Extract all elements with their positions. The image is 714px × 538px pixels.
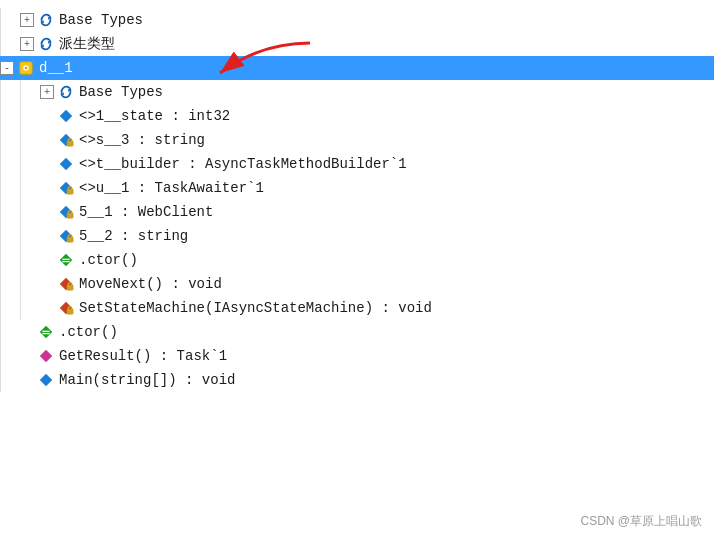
indent-spacer — [0, 248, 20, 272]
tree-row[interactable]: + Base Types — [0, 8, 714, 32]
tree-row[interactable]: GetResult() : Task`1 — [0, 344, 714, 368]
method-gear-icon — [57, 299, 75, 317]
arrow-blue-icon — [57, 83, 75, 101]
indent-spacer — [0, 272, 20, 296]
tree-row[interactable]: <>1__state : int32 — [0, 104, 714, 128]
svg-rect-22 — [62, 261, 69, 262]
tree-expander[interactable]: - — [0, 61, 14, 75]
row-label: 5__2 : string — [79, 228, 188, 244]
indent-spacer — [0, 176, 20, 200]
diamond-blue-icon — [57, 107, 75, 125]
row-label: .ctor() — [59, 324, 118, 340]
row-label: SetStateMachine(IAsyncStateMachine) : vo… — [79, 300, 432, 316]
method-green-icon — [57, 251, 75, 269]
tree-expander[interactable]: + — [20, 37, 34, 51]
svg-marker-30 — [40, 350, 52, 362]
indent-spacer — [0, 128, 20, 152]
row-label: 5__1 : WebClient — [79, 204, 213, 220]
svg-rect-19 — [67, 237, 73, 242]
tree-row[interactable]: 5__1 : WebClient — [0, 200, 714, 224]
indent-spacer — [20, 200, 40, 224]
tree-expander[interactable]: + — [40, 85, 54, 99]
indent-spacer — [20, 128, 40, 152]
indent-spacer — [20, 152, 40, 176]
svg-marker-13 — [60, 158, 72, 170]
indent-spacer — [20, 296, 40, 320]
method-blue-icon — [37, 371, 55, 389]
indent-spacer — [0, 104, 20, 128]
tree-row[interactable]: MoveNext() : void — [0, 272, 714, 296]
indent-spacer — [20, 272, 40, 296]
indent-spacer — [0, 224, 20, 248]
indent-spacer — [20, 248, 40, 272]
tree-row[interactable]: <>s__3 : string — [0, 128, 714, 152]
indent-spacer — [0, 8, 20, 32]
indent-spacer — [20, 224, 40, 248]
svg-rect-26 — [67, 309, 73, 314]
svg-rect-15 — [67, 189, 73, 194]
tree-row[interactable]: <>u__1 : TaskAwaiter`1 — [0, 176, 714, 200]
indent-spacer — [0, 200, 20, 224]
tree-row[interactable]: + 派生类型 — [0, 32, 714, 56]
row-label: GetResult() : Task`1 — [59, 348, 227, 364]
tree-row[interactable]: 5__2 : string — [0, 224, 714, 248]
method-green-icon — [37, 323, 55, 341]
tree-row[interactable]: Main(string[]) : void — [0, 368, 714, 392]
indent-spacer — [0, 368, 20, 392]
row-label: 派生类型 — [59, 35, 115, 53]
svg-marker-31 — [40, 374, 52, 386]
indent-spacer — [0, 152, 20, 176]
indent-spacer — [0, 296, 20, 320]
watermark: CSDN @草原上唱山歌 — [580, 513, 702, 530]
rows-container: + Base Types+ 派生类型- d__1+ — [0, 8, 714, 392]
tree-row[interactable]: .ctor() — [0, 248, 714, 272]
svg-rect-29 — [42, 333, 49, 334]
row-label: Base Types — [79, 84, 163, 100]
diamond-blue-icon — [57, 155, 75, 173]
arrow-blue-icon — [37, 11, 55, 29]
indent-spacer — [20, 176, 40, 200]
row-label: <>t__builder : AsyncTaskMethodBuilder`1 — [79, 156, 407, 172]
indent-spacer — [0, 344, 20, 368]
tree-container: + Base Types+ 派生类型- d__1+ — [0, 0, 714, 400]
row-label: Base Types — [59, 12, 143, 28]
indent-spacer — [0, 32, 20, 56]
indent-spacer — [0, 80, 20, 104]
row-label: MoveNext() : void — [79, 276, 222, 292]
row-label: <>s__3 : string — [79, 132, 205, 148]
row-label: <>u__1 : TaskAwaiter`1 — [79, 180, 264, 196]
tree-expander[interactable]: + — [20, 13, 34, 27]
svg-marker-10 — [60, 110, 72, 122]
svg-rect-17 — [67, 213, 73, 218]
svg-rect-12 — [67, 141, 73, 146]
method-pink-icon — [37, 347, 55, 365]
field-lock-icon — [57, 227, 75, 245]
field-lock-icon — [57, 203, 75, 221]
svg-point-7 — [25, 67, 28, 70]
arrow-blue-icon — [37, 35, 55, 53]
row-label: .ctor() — [79, 252, 138, 268]
tree-row[interactable]: + Base Types — [0, 80, 714, 104]
svg-rect-28 — [42, 331, 49, 332]
row-label: <>1__state : int32 — [79, 108, 230, 124]
method-gear-icon — [57, 275, 75, 293]
svg-rect-24 — [67, 285, 73, 290]
tree-row[interactable]: - d__1 — [0, 56, 714, 80]
indent-spacer — [0, 320, 20, 344]
tree-row[interactable]: .ctor() — [0, 320, 714, 344]
field-lock-icon — [57, 131, 75, 149]
tree-row[interactable]: <>t__builder : AsyncTaskMethodBuilder`1 — [0, 152, 714, 176]
row-label: d__1 — [39, 60, 73, 76]
svg-rect-21 — [62, 259, 69, 260]
row-label: Main(string[]) : void — [59, 372, 235, 388]
indent-spacer — [20, 80, 40, 104]
indent-spacer — [20, 104, 40, 128]
field-lock-icon — [57, 179, 75, 197]
tree-row[interactable]: SetStateMachine(IAsyncStateMachine) : vo… — [0, 296, 714, 320]
class-gear-icon — [17, 59, 35, 77]
